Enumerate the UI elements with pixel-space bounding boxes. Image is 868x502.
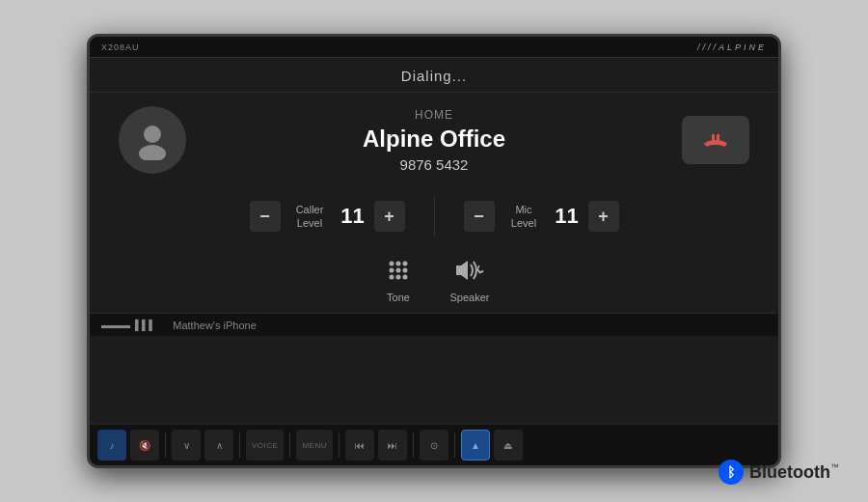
tone-icon bbox=[377, 253, 420, 288]
svg-rect-4 bbox=[717, 134, 719, 141]
settings-icon: ⊙ bbox=[430, 440, 438, 451]
nav-icon: ▲ bbox=[471, 440, 480, 451]
contact-avatar bbox=[119, 106, 186, 174]
settings-button[interactable]: ⊙ bbox=[420, 430, 448, 460]
svg-point-8 bbox=[390, 268, 394, 273]
svg-point-13 bbox=[403, 275, 408, 280]
contact-type: HOME bbox=[186, 108, 682, 122]
control-bar: ♪ 🔇 ∨ ∧ VOICE MENU ⏮ ⏭ ⊙ bbox=[90, 423, 778, 465]
bar-divider-1 bbox=[165, 432, 166, 458]
voice-button[interactable]: VOICE bbox=[246, 430, 284, 460]
device-header: X208AU ////ALPINE bbox=[90, 37, 778, 58]
mic-level-plus-button[interactable]: + bbox=[588, 201, 619, 232]
svg-point-12 bbox=[396, 275, 401, 280]
speaker-label: Speaker bbox=[450, 292, 490, 303]
eject-icon: ⏏ bbox=[503, 440, 512, 451]
bar-divider-6 bbox=[454, 432, 455, 458]
bar-divider-3 bbox=[289, 432, 290, 458]
nav-button[interactable]: ▲ bbox=[461, 430, 490, 460]
contact-number: 9876 5432 bbox=[186, 156, 682, 173]
bluetooth-tm: ™ bbox=[830, 462, 839, 472]
svg-point-6 bbox=[396, 262, 401, 266]
svg-point-11 bbox=[390, 275, 394, 280]
svg-point-5 bbox=[390, 262, 394, 266]
bluetooth-text: Bluetooth bbox=[749, 462, 830, 483]
avatar-icon bbox=[132, 120, 173, 160]
mute-button[interactable]: 🔇 bbox=[130, 430, 159, 460]
svg-point-9 bbox=[396, 268, 401, 273]
svg-point-10 bbox=[403, 268, 408, 273]
prev-track-button[interactable]: ⏮ bbox=[345, 430, 374, 460]
mic-level-label: MicLevel bbox=[502, 203, 546, 231]
status-bar: ▬▬▬ ▌▌▌ Matthew's iPhone bbox=[90, 313, 778, 336]
mic-level-control: − MicLevel 11 + bbox=[464, 201, 619, 232]
caller-level-value: 11 bbox=[339, 204, 366, 229]
caller-level-control: − CallerLevel 11 + bbox=[250, 201, 405, 232]
mic-level-value: 11 bbox=[554, 204, 581, 229]
device-frame: X208AU ////ALPINE Dialing... HOME Alpine… bbox=[87, 34, 781, 468]
caller-level-plus-button[interactable]: + bbox=[374, 201, 405, 232]
signal-icon: ▌▌▌ bbox=[135, 320, 155, 330]
bluetooth-badge: ᛒ Bluetooth™ bbox=[719, 460, 839, 485]
svg-rect-3 bbox=[712, 134, 715, 141]
up-icon: ∧ bbox=[216, 440, 223, 451]
down-icon: ∨ bbox=[183, 440, 190, 451]
menu-label: MENU bbox=[302, 441, 327, 450]
svg-point-1 bbox=[139, 145, 166, 160]
controls-area: − CallerLevel 11 + − MicLevel 11 + bbox=[90, 187, 778, 245]
bar-divider-2 bbox=[239, 432, 240, 458]
music-button[interactable]: ♪ bbox=[97, 430, 126, 460]
next-track-button[interactable]: ⏭ bbox=[378, 430, 407, 460]
brand-text: ////ALPINE bbox=[697, 42, 767, 52]
music-icon: ♪ bbox=[110, 440, 115, 451]
tone-label: Tone bbox=[387, 292, 410, 303]
contact-info: HOME Alpine Office 9876 5432 bbox=[186, 108, 682, 173]
phone-source: Matthew's iPhone bbox=[173, 320, 256, 331]
main-screen: Dialing... HOME Alpine Office 9876 5432 bbox=[90, 58, 778, 423]
prev-track-icon: ⏮ bbox=[355, 440, 365, 451]
voice-label: VOICE bbox=[252, 441, 278, 450]
end-call-button[interactable] bbox=[682, 116, 749, 164]
bluetooth-icon: ᛒ bbox=[719, 460, 744, 485]
down-button[interactable]: ∨ bbox=[172, 430, 201, 460]
status-icons: ▬▬▬ ▌▌▌ bbox=[101, 320, 155, 330]
dialing-status: Dialing... bbox=[90, 58, 778, 93]
bar-divider-5 bbox=[413, 432, 414, 458]
speaker-button[interactable]: Speaker bbox=[448, 253, 491, 303]
bottom-controls: Tone Speaker bbox=[90, 245, 778, 313]
caller-level-label: CallerLevel bbox=[288, 203, 332, 231]
svg-marker-14 bbox=[456, 261, 468, 280]
contact-name: Alpine Office bbox=[186, 126, 682, 153]
menu-button[interactable]: MENU bbox=[296, 430, 333, 460]
eject-button[interactable]: ⏏ bbox=[494, 430, 523, 460]
tone-button[interactable]: Tone bbox=[377, 253, 420, 303]
next-track-icon: ⏭ bbox=[388, 440, 397, 451]
battery-icon: ▬▬▬ bbox=[101, 320, 130, 330]
controls-divider bbox=[434, 197, 435, 236]
mute-icon: 🔇 bbox=[139, 440, 150, 451]
model-text: X208AU bbox=[101, 42, 140, 52]
contact-area: HOME Alpine Office 9876 5432 bbox=[90, 93, 778, 187]
up-button[interactable]: ∧ bbox=[204, 430, 233, 460]
bar-divider-4 bbox=[339, 432, 339, 458]
end-call-icon bbox=[698, 123, 733, 157]
speaker-icon bbox=[448, 253, 491, 288]
svg-point-7 bbox=[403, 262, 408, 266]
svg-point-0 bbox=[144, 126, 161, 143]
caller-level-minus-button[interactable]: − bbox=[250, 201, 281, 232]
mic-level-minus-button[interactable]: − bbox=[464, 201, 495, 232]
